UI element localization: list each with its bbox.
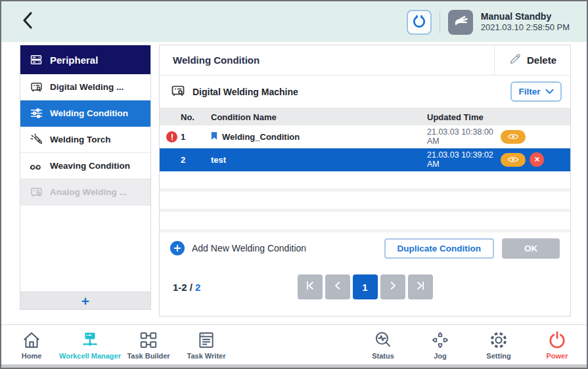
status-icon xyxy=(373,330,393,351)
close-icon xyxy=(533,155,541,165)
page-title: Welding Condition xyxy=(160,45,494,75)
nav-label: Power xyxy=(546,352,568,360)
panel-title-row: Welding Condition Delete xyxy=(160,45,570,76)
sliders-icon xyxy=(29,106,43,121)
sidebar-add-button[interactable]: + xyxy=(20,292,150,309)
updated-time: 21.03.03 10:38:00 AM xyxy=(427,127,501,146)
warning-icon xyxy=(166,131,177,142)
sidebar-item-digital-welding[interactable]: Digital Welding ... xyxy=(20,74,150,100)
page-range-info: 1-2 /2 xyxy=(173,282,200,293)
sidebar-item-welding-torch[interactable]: Welding Torch xyxy=(20,127,150,153)
app-screen: Manual Standby 2021.03.10 2:58:50 PM Per… xyxy=(0,0,588,369)
workcell-manager-icon xyxy=(80,330,100,351)
nav-label: Status xyxy=(372,352,394,360)
sidebar-item-label: Welding Torch xyxy=(50,135,111,144)
welding-condition-panel: Welding Condition Delete Digital Welding… xyxy=(159,45,571,316)
column-updated-time: Updated Time xyxy=(427,112,501,122)
sidebar-item-welding-condition[interactable]: Welding Condition xyxy=(20,100,150,127)
welding-machine-icon xyxy=(29,80,43,95)
condition-name-cell: test xyxy=(206,155,427,165)
add-new-condition-button[interactable]: Add New Welding Condition xyxy=(170,241,384,255)
top-bar: Manual Standby 2021.03.10 2:58:50 PM xyxy=(1,1,587,42)
page-button-1[interactable]: 1 xyxy=(353,274,378,299)
add-new-condition-label: Add New Welding Condition xyxy=(192,243,306,253)
sidebar-item-label: Weaving Condition xyxy=(50,161,130,171)
condition-name-cell: Welding_Condition xyxy=(206,131,427,142)
status-area: Manual Standby 2021.03.10 2:58:50 PM xyxy=(407,9,570,35)
screen-bottom-strip xyxy=(1,364,587,368)
last-page-button[interactable] xyxy=(408,274,433,299)
sidebar-item-label: Welding Condition xyxy=(50,108,128,118)
table-row-empty xyxy=(160,171,570,192)
add-row: Add New Welding Condition Duplicate Cond… xyxy=(160,232,570,264)
task-writer-icon xyxy=(196,330,216,351)
home-icon xyxy=(22,330,41,351)
task-builder-icon xyxy=(139,330,158,351)
condition-name: Welding_Condition xyxy=(222,132,300,142)
table-row-empty xyxy=(160,212,570,232)
jog-icon xyxy=(430,330,450,351)
peripheral-icon xyxy=(29,53,43,67)
robot-status: Manual Standby 2021.03.10 2:58:50 PM xyxy=(481,11,570,33)
table-row-test[interactable]: 2 test 21.03.03 10:39:02 AM xyxy=(160,148,570,171)
nav-label: Task Writer xyxy=(187,352,226,360)
sidebar-item-weaving-condition[interactable]: Weaving Condition xyxy=(20,153,150,179)
table-row-welding-condition[interactable]: 1 Welding_Condition 21.03.03 10:38:00 AM xyxy=(160,125,570,148)
next-page-button[interactable] xyxy=(380,274,405,299)
bottom-navigation: Home Workcell Manager Task Builder Task … xyxy=(1,324,587,366)
welding-machine-icon xyxy=(29,185,43,200)
page-total: 2 xyxy=(195,282,200,293)
machine-row: Digital Welding Machine Filter xyxy=(160,76,570,108)
warning-cell xyxy=(166,131,181,142)
condition-name: test xyxy=(211,155,226,165)
pencil-icon xyxy=(509,53,522,68)
chevron-left-icon xyxy=(332,280,343,293)
chevron-down-icon xyxy=(545,87,554,97)
filter-button-label: Filter xyxy=(518,87,540,97)
view-eye-button[interactable] xyxy=(501,130,526,144)
view-eye-button[interactable] xyxy=(501,153,526,167)
gear-icon xyxy=(489,330,509,351)
hand-icon xyxy=(452,12,469,32)
gripper-icon xyxy=(411,13,427,32)
sidebar-item-label: Analog Welding ... xyxy=(50,187,127,197)
first-page-icon xyxy=(305,280,315,293)
plus-icon xyxy=(170,241,185,255)
pagination-row: 1-2 /2 1 xyxy=(160,274,570,299)
nav-label: Setting xyxy=(486,352,510,360)
back-chevron-icon xyxy=(21,11,34,32)
column-condition-name: Condition Name xyxy=(206,112,427,122)
last-page-icon xyxy=(415,280,426,293)
nav-item-task-writer[interactable]: Task Writer xyxy=(167,330,246,360)
divider xyxy=(440,11,440,33)
robot-status-time: 2021.03.10 2:58:50 PM xyxy=(481,22,570,33)
nav-label: Home xyxy=(22,352,42,360)
nav-label: Task Builder xyxy=(127,352,170,360)
robot-status-title: Manual Standby xyxy=(481,11,570,23)
bookmark-icon xyxy=(211,131,217,142)
row-actions xyxy=(501,130,570,144)
first-page-button[interactable] xyxy=(298,274,323,299)
back-button[interactable] xyxy=(16,10,39,33)
delete-row-button[interactable] xyxy=(530,152,544,167)
machine-label: Digital Welding Machine xyxy=(192,87,298,97)
row-number: 1 xyxy=(181,132,206,142)
pager: 1 xyxy=(298,274,433,299)
sidebar-item-label: Digital Welding ... xyxy=(50,82,124,92)
nav-item-power[interactable]: Power xyxy=(518,330,588,360)
filter-button[interactable]: Filter xyxy=(510,81,562,102)
column-no: No. xyxy=(181,112,206,122)
row-actions xyxy=(501,152,570,167)
prev-page-button[interactable] xyxy=(325,274,350,299)
table-row-empty xyxy=(160,192,570,212)
duplicate-condition-button[interactable]: Duplicate Condition xyxy=(384,238,495,259)
delete-button[interactable]: Delete xyxy=(494,45,570,75)
nav-label: Jog xyxy=(434,352,447,360)
sidebar-item-analog-welding: Analog Welding ... xyxy=(20,179,150,206)
peripheral-sidebar: Peripheral Digital Welding ... Welding C… xyxy=(20,45,151,310)
servo-recovery-button[interactable] xyxy=(407,10,432,35)
ok-button[interactable]: OK xyxy=(502,238,560,259)
weaving-icon xyxy=(29,159,43,173)
welding-machine-icon xyxy=(170,83,186,101)
chevron-right-icon xyxy=(388,280,398,293)
